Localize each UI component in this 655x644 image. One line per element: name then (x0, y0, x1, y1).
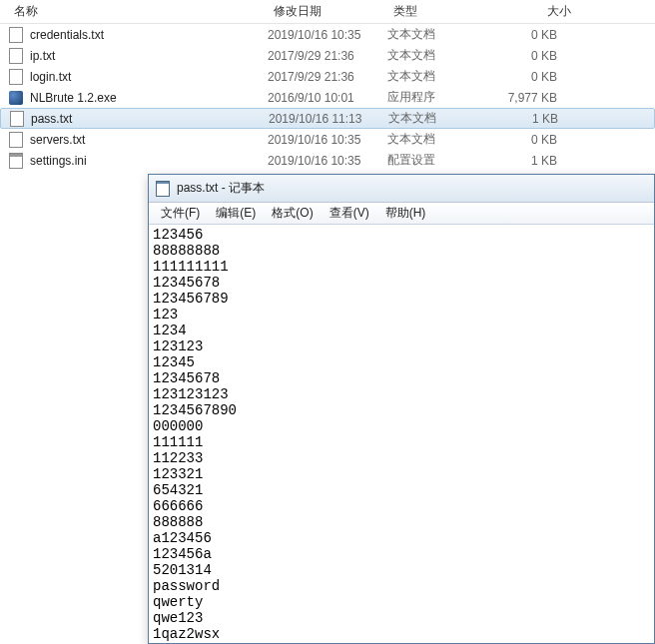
file-size: 0 KB (497, 133, 577, 147)
ini-icon (8, 153, 24, 169)
header-type[interactable]: 类型 (387, 0, 497, 24)
file-name: ip.txt (30, 49, 55, 63)
file-date: 2019/10/16 10:35 (268, 133, 387, 147)
file-type: 应用程序 (387, 89, 497, 106)
txt-icon (8, 48, 24, 64)
file-name-cell: login.txt (8, 69, 268, 85)
menu-edit[interactable]: 编辑(E) (208, 203, 264, 224)
column-headers: 名称 修改日期 类型 大小 (0, 0, 655, 24)
file-row[interactable]: servers.txt2019/10/16 10:35文本文档0 KB (0, 129, 655, 150)
menu-view[interactable]: 查看(V) (322, 203, 377, 224)
file-date: 2019/10/16 10:35 (268, 28, 387, 42)
file-name-cell: ip.txt (8, 48, 268, 64)
menu-format[interactable]: 格式(O) (264, 203, 321, 224)
file-type: 文本文档 (387, 26, 497, 43)
file-name: credentials.txt (30, 28, 104, 42)
file-name: login.txt (30, 70, 71, 84)
notepad-window: pass.txt - 记事本 文件(F) 编辑(E) 格式(O) 查看(V) 帮… (148, 174, 655, 644)
notepad-content[interactable]: 123456 88888888 111111111 12345678 12345… (149, 225, 654, 643)
file-name-cell: pass.txt (9, 111, 269, 127)
file-row[interactable]: login.txt2017/9/29 21:36文本文档0 KB (0, 66, 655, 87)
file-row[interactable]: ip.txt2017/9/29 21:36文本文档0 KB (0, 45, 655, 66)
file-name-cell: credentials.txt (8, 27, 268, 43)
file-date: 2016/9/10 10:01 (268, 91, 387, 105)
file-name: NLBrute 1.2.exe (30, 91, 117, 105)
file-name-cell: NLBrute 1.2.exe (8, 90, 268, 106)
menu-file[interactable]: 文件(F) (153, 203, 208, 224)
file-date: 2017/9/29 21:36 (268, 70, 387, 84)
header-size[interactable]: 大小 (497, 0, 577, 24)
file-type: 文本文档 (387, 131, 497, 148)
file-date: 2017/9/29 21:36 (268, 49, 387, 63)
file-row[interactable]: pass.txt2019/10/16 11:13文本文档1 KB (0, 108, 655, 129)
txt-icon (8, 69, 24, 85)
file-date: 2019/10/16 11:13 (269, 112, 388, 126)
file-size: 0 KB (497, 49, 577, 63)
file-type: 文本文档 (388, 110, 498, 127)
notepad-icon (155, 181, 171, 197)
file-type: 配置设置 (387, 152, 497, 169)
file-row[interactable]: settings.ini2019/10/16 10:35配置设置1 KB (0, 150, 655, 171)
file-type: 文本文档 (387, 68, 497, 85)
notepad-titlebar[interactable]: pass.txt - 记事本 (149, 175, 654, 203)
file-list: credentials.txt2019/10/16 10:35文本文档0 KBi… (0, 24, 655, 171)
file-name: settings.ini (30, 154, 87, 168)
file-name-cell: settings.ini (8, 153, 268, 169)
file-name-cell: servers.txt (8, 132, 268, 148)
header-date[interactable]: 修改日期 (268, 0, 387, 24)
file-date: 2019/10/16 10:35 (268, 154, 387, 168)
file-row[interactable]: NLBrute 1.2.exe2016/9/10 10:01应用程序7,977 … (0, 87, 655, 108)
file-size: 0 KB (497, 28, 577, 42)
file-row[interactable]: credentials.txt2019/10/16 10:35文本文档0 KB (0, 24, 655, 45)
txt-icon (8, 132, 24, 148)
file-explorer: 名称 修改日期 类型 大小 credentials.txt2019/10/16 … (0, 0, 655, 171)
exe-icon (8, 90, 24, 106)
notepad-menubar: 文件(F) 编辑(E) 格式(O) 查看(V) 帮助(H) (149, 203, 654, 225)
menu-help[interactable]: 帮助(H) (377, 203, 434, 224)
file-size: 0 KB (497, 70, 577, 84)
file-name: pass.txt (31, 112, 72, 126)
file-size: 1 KB (497, 154, 577, 168)
header-name[interactable]: 名称 (8, 0, 268, 24)
file-type: 文本文档 (387, 47, 497, 64)
txt-icon (9, 111, 25, 127)
notepad-title: pass.txt - 记事本 (177, 180, 265, 197)
file-size: 7,977 KB (497, 91, 577, 105)
file-size: 1 KB (498, 112, 578, 126)
file-name: servers.txt (30, 133, 85, 147)
txt-icon (8, 27, 24, 43)
